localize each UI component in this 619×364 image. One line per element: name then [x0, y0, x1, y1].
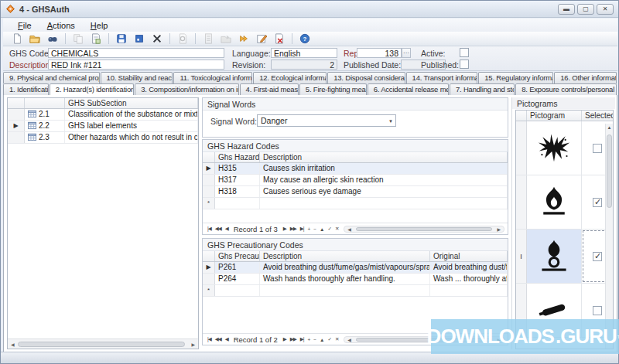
edit-document-button[interactable] [254, 32, 269, 46]
tab-10[interactable]: 10. Stability and reactivity [101, 72, 173, 83]
subsection-row[interactable]: 2.3Other hazards which do not result in … [8, 132, 198, 144]
subsection-text-cell[interactable]: GHS label elements [65, 121, 198, 131]
nav-button[interactable]: ▶▶ [289, 226, 298, 232]
nav-button[interactable]: ◀ [224, 336, 230, 342]
pictogram-cell[interactable] [527, 121, 582, 175]
column-header[interactable]: Ghs Precaution... [215, 251, 260, 261]
new-document-button[interactable] [9, 32, 25, 46]
tab-13[interactable]: 13. Disposal considerations [327, 72, 405, 83]
scrollbar-thumb[interactable] [607, 134, 612, 208]
subsection-text-cell[interactable]: Classification of the substance or mixtu… [65, 109, 198, 120]
tab-5[interactable]: 5. Fire-fighting measures [299, 83, 367, 95]
cell-description[interactable]: Causes skin irritation [260, 163, 508, 174]
nav-button[interactable]: ✕ [333, 226, 340, 232]
subsection-code-cell[interactable]: 2.3 [25, 132, 65, 143]
move-folder-button[interactable] [218, 32, 234, 46]
subsection-text-cell[interactable]: Other hazards which do not result in cla… [65, 132, 198, 143]
export-button[interactable] [236, 32, 251, 46]
report-browse-button[interactable]: ··· [402, 48, 411, 58]
tab-6[interactable]: 6. Accidental release measures [368, 83, 449, 95]
table-row[interactable]: P264Wash hands thoroughly after handling… [203, 274, 508, 285]
menu-item-help[interactable]: Help [84, 20, 115, 31]
cell-original[interactable]: Wash ... thoroughly after handlin [430, 274, 508, 284]
pictogram-cell[interactable] [527, 230, 582, 283]
language-input[interactable] [271, 48, 337, 58]
column-header[interactable]: Selected [582, 111, 613, 121]
scroll-left-icon[interactable]: ◀ [8, 342, 18, 347]
pictogram-row[interactable] [516, 121, 613, 175]
maximize-button[interactable]: ▢ [577, 4, 594, 15]
horizontal-scrollbar[interactable]: ◀ ▶ [8, 338, 198, 349]
nav-button[interactable]: ▲ [318, 337, 325, 342]
pictogram-row[interactable] [516, 175, 613, 230]
ghs-code-input[interactable] [48, 48, 224, 58]
tab-3[interactable]: 3. Composition/information on ingredient… [135, 83, 238, 95]
scroll-left-icon[interactable]: ◀ [344, 226, 354, 232]
scrollbar-thumb[interactable] [18, 342, 186, 347]
nav-button[interactable]: ▶| [299, 336, 306, 342]
nav-button[interactable]: ▲ [318, 226, 325, 232]
save-button[interactable] [114, 32, 129, 46]
cell-code[interactable]: H318 [215, 186, 260, 197]
table-row[interactable]: H317May cause an allergic skin reaction [203, 175, 508, 186]
tab-15[interactable]: 15. Regulatory information [478, 72, 553, 83]
tab-2[interactable]: 2. Hazard(s) identification [50, 83, 134, 96]
pictogram-checkbox[interactable] [593, 198, 602, 207]
nav-button[interactable]: ▶ [282, 226, 288, 232]
scroll-right-icon[interactable]: ▶ [494, 226, 504, 232]
nav-button[interactable]: − [312, 226, 317, 232]
empty-cell[interactable] [215, 285, 260, 296]
minimize-button[interactable]: ▬ [558, 4, 575, 15]
cell-description[interactable]: Causes serious eye damage [260, 186, 508, 197]
vertical-scrollbar[interactable]: ▲ [605, 124, 613, 349]
nav-button[interactable]: |◀ [206, 336, 213, 342]
tab-12[interactable]: 12. Ecological information [253, 72, 327, 83]
table-row[interactable]: H318Causes serious eye damage [203, 186, 508, 198]
empty-cell[interactable] [260, 198, 508, 209]
empty-cell[interactable] [430, 285, 508, 296]
cell-code[interactable]: P264 [215, 274, 260, 284]
nav-button[interactable]: ▶ [282, 336, 288, 342]
nav-button[interactable]: |◀ [206, 226, 213, 232]
subsection-code-cell[interactable]: 2.2 [25, 121, 65, 131]
pictogram-checkbox[interactable] [593, 144, 602, 153]
cell-description[interactable]: May cause an allergic skin reaction [260, 175, 508, 185]
empty-cell[interactable] [215, 198, 260, 209]
nav-button[interactable]: ▶| [299, 226, 306, 232]
cell-original[interactable]: Avoid breathing dust/fume/gas/m [430, 262, 508, 273]
tab-11[interactable]: 11. Toxicological information [173, 72, 252, 83]
scrollbar-thumb[interactable] [356, 227, 492, 231]
pictogram-checkbox[interactable] [593, 306, 602, 315]
scroll-up-icon[interactable]: ▲ [606, 124, 613, 130]
cell-code[interactable]: H315 [215, 163, 260, 174]
pictogram-row[interactable]: I [516, 230, 613, 284]
description-input[interactable] [48, 60, 224, 70]
nav-button[interactable]: ◀ [224, 226, 230, 232]
table-row[interactable]: ▶P261Avoid breathing dust/fume/gas/mist/… [203, 262, 508, 274]
active-checkbox[interactable] [460, 48, 469, 57]
table-row[interactable]: ▶H315Causes skin irritation [203, 163, 508, 175]
cell-code[interactable]: P261 [215, 262, 260, 273]
column-header[interactable]: Pictogram [527, 111, 582, 121]
menu-item-file[interactable]: File [11, 20, 39, 31]
delete-button[interactable] [149, 32, 165, 46]
pictogram-checkbox[interactable] [593, 252, 602, 261]
horizontal-scrollbar[interactable]: ◀▶ [344, 226, 504, 233]
tab-7[interactable]: 7. Handling and storage [450, 83, 515, 95]
tab-8[interactable]: 8. Exposure controls/personal protection [515, 83, 617, 95]
cell-description[interactable]: Avoid breathing dust/fume/gas/mist/vapou… [260, 262, 430, 273]
close-button[interactable]: ✕ [597, 4, 614, 15]
tab-4[interactable]: 4. First-aid measures [240, 83, 299, 95]
paste-document-button[interactable] [88, 32, 104, 46]
scroll-left-icon[interactable]: ◀ [344, 337, 354, 342]
new-row[interactable]: * [203, 285, 508, 297]
nav-button[interactable]: ✓ [326, 336, 332, 342]
remove-document-button[interactable] [272, 32, 287, 46]
nav-button[interactable]: ◀◀ [214, 336, 223, 342]
grid-view-button[interactable] [132, 32, 147, 46]
tab-1[interactable]: 1. Identification [3, 83, 49, 95]
nav-button[interactable]: + [306, 226, 311, 232]
copy-button[interactable] [70, 32, 86, 46]
menu-item-actions[interactable]: Actions [40, 20, 82, 31]
subsection-row[interactable]: 2.1Classification of the substance or mi… [8, 109, 198, 121]
